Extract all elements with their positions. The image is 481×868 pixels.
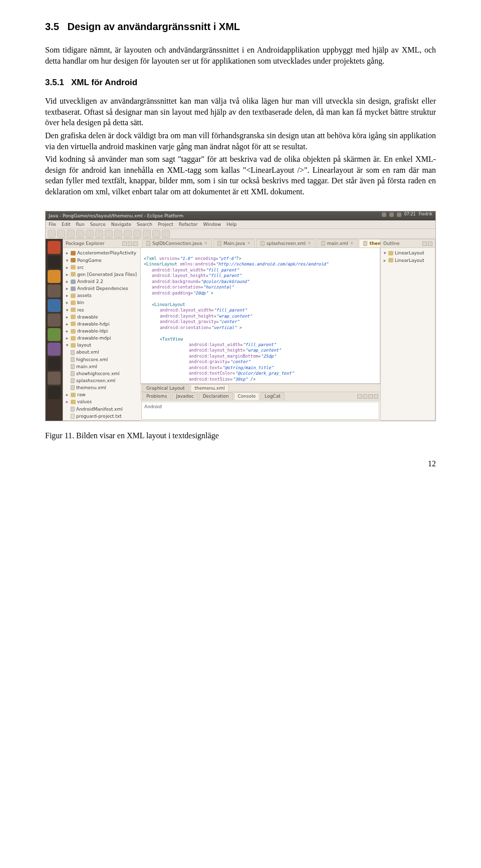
panel-icon[interactable]	[368, 394, 373, 399]
disclosure-triangle-icon[interactable]: ▸	[65, 285, 69, 292]
editor-mode-tab[interactable]: themenu.xml	[190, 384, 229, 392]
tree-row[interactable]: ▸src	[64, 264, 139, 271]
toolbar-button[interactable]	[133, 230, 141, 238]
launcher-icon[interactable]	[48, 314, 61, 327]
disclosure-triangle-icon[interactable]: ▸	[65, 392, 69, 398]
editor-tab[interactable]: Main.java×	[213, 239, 255, 247]
menu-run[interactable]: Run	[76, 221, 85, 227]
tree-row[interactable]: ▾layout	[64, 342, 139, 349]
launcher-icon[interactable]	[48, 328, 61, 341]
menu-project[interactable]: Project	[158, 221, 173, 227]
launcher-icon[interactable]	[48, 372, 61, 385]
toolbar-button[interactable]	[67, 230, 75, 238]
close-icon[interactable]: ×	[247, 241, 251, 246]
close-icon[interactable]: ×	[204, 241, 207, 246]
menu-search[interactable]: Search	[137, 221, 152, 227]
tree-row[interactable]: proguard-project.txt	[64, 413, 139, 420]
launcher-icon[interactable]	[48, 357, 61, 370]
toolbar-button[interactable]	[57, 230, 65, 238]
disclosure-triangle-icon[interactable]: ▸	[65, 321, 69, 327]
panel-icon[interactable]	[128, 241, 132, 246]
view-tab[interactable]: Problems	[142, 392, 171, 400]
panel-icon[interactable]	[357, 394, 362, 399]
launcher-icon[interactable]	[48, 343, 61, 356]
panel-icon[interactable]	[422, 241, 427, 246]
disclosure-triangle-icon[interactable]: ▾	[65, 257, 69, 263]
toolbar-button[interactable]	[124, 230, 132, 238]
tray-icon[interactable]	[382, 212, 386, 217]
menu-window[interactable]: Window	[203, 221, 221, 227]
panel-icon[interactable]	[133, 241, 138, 246]
disclosure-triangle-icon[interactable]: ▸	[65, 293, 69, 299]
disclosure-triangle-icon[interactable]: ▸	[65, 250, 69, 256]
toolbar-button[interactable]	[86, 230, 94, 238]
disclosure-triangle-icon[interactable]: ▸	[65, 264, 69, 270]
tree-row[interactable]: ▸drawable-mdpi	[64, 335, 139, 342]
tree-row[interactable]: ▸AccelerometerPlayActivity	[64, 249, 139, 256]
tree-row[interactable]: ▸drawable-hdpi	[64, 321, 139, 328]
tree-row[interactable]: splashscreen.xml	[64, 377, 139, 384]
launcher-icon[interactable]	[48, 255, 61, 268]
toolbar-button[interactable]	[95, 230, 103, 238]
toolbar-button[interactable]	[143, 230, 151, 238]
disclosure-triangle-icon[interactable]: ▸	[65, 278, 69, 284]
close-icon[interactable]: ×	[308, 241, 311, 246]
menu-edit[interactable]: Edit	[62, 221, 70, 227]
panel-icon[interactable]	[122, 241, 127, 246]
disclosure-triangle-icon[interactable]: ▸	[65, 271, 69, 277]
view-tab[interactable]: Declaration	[199, 392, 233, 400]
launcher-icon[interactable]	[48, 386, 61, 399]
tree-row[interactable]: ▸Android Dependencies	[64, 285, 139, 292]
outline-tree[interactable]: ▾LinearLayout ▸LinearLayout	[381, 248, 435, 420]
toolbar-button[interactable]	[162, 230, 170, 238]
tree-row[interactable]: project.properties	[64, 420, 139, 421]
launcher-icon[interactable]	[48, 284, 61, 298]
tree-row[interactable]: ▸raw	[64, 391, 139, 398]
menu-refactor[interactable]: Refactor	[179, 221, 198, 227]
tree-row[interactable]: about.xml	[64, 349, 139, 356]
outline-item[interactable]: LinearLayout	[395, 250, 424, 256]
tree-row[interactable]: AndroidManifest.xml	[64, 406, 139, 413]
project-tree[interactable]: ▸AccelerometerPlayActivity▾PongGame▸src▸…	[63, 248, 140, 420]
toolbar-button[interactable]	[152, 230, 160, 238]
toolbar-button[interactable]	[48, 230, 56, 238]
tree-row[interactable]: ▾PongGame	[64, 257, 139, 264]
panel-header[interactable]: Outline	[381, 239, 435, 248]
disclosure-triangle-icon[interactable]: ▾	[65, 307, 69, 313]
tree-row[interactable]: ▸drawable-ldpi	[64, 328, 139, 335]
tray-icon[interactable]	[397, 212, 401, 217]
panel-icon[interactable]	[374, 394, 378, 399]
panel-header[interactable]: Package Explorer	[63, 239, 140, 248]
tree-row[interactable]: highscore.xml	[64, 356, 139, 363]
editor-tab[interactable]: splashscreen.xml×	[256, 239, 316, 247]
menu-help[interactable]: Help	[226, 221, 237, 227]
toolbar-button[interactable]	[105, 230, 113, 238]
toolbar-button[interactable]	[76, 230, 84, 238]
panel-icon[interactable]	[363, 394, 367, 399]
tree-row[interactable]: ▸values	[64, 398, 139, 405]
menu-navigate[interactable]: Navigate	[111, 221, 131, 227]
tree-row[interactable]: ▸drawable	[64, 314, 139, 321]
launcher-icon[interactable]	[48, 299, 61, 312]
outline-item[interactable]: LinearLayout	[395, 257, 424, 263]
tree-row[interactable]: ▸assets	[64, 292, 139, 299]
disclosure-triangle-icon[interactable]: ▸	[65, 300, 69, 306]
tree-row[interactable]: ▾res	[64, 307, 139, 314]
menu-source[interactable]: Source	[90, 221, 106, 227]
editor-mode-tab[interactable]: Graphical Layout	[142, 384, 189, 392]
launcher-icon[interactable]	[48, 241, 61, 254]
disclosure-triangle-icon[interactable]: ▾	[65, 342, 69, 348]
editor-tab[interactable]: SqlDbConnection.java×	[142, 239, 212, 247]
menu-file[interactable]: File	[49, 221, 56, 227]
disclosure-triangle-icon[interactable]: ▸	[65, 399, 69, 405]
panel-icon[interactable]	[428, 241, 432, 246]
view-tab[interactable]: Console	[234, 392, 260, 400]
tree-row[interactable]: ▸bin	[64, 299, 139, 306]
disclosure-triangle-icon[interactable]: ▸	[65, 335, 69, 341]
launcher-icon[interactable]	[48, 270, 61, 283]
tree-row[interactable]: main.xml	[64, 363, 139, 370]
editor-tab[interactable]: main.xml×	[317, 239, 358, 247]
disclosure-triangle-icon[interactable]: ▸	[65, 314, 69, 320]
tree-row[interactable]: ▸Android 2.2	[64, 278, 139, 285]
window-titlebar[interactable]: Java - PongGame/res/layout/themenu.xml -…	[46, 211, 435, 220]
